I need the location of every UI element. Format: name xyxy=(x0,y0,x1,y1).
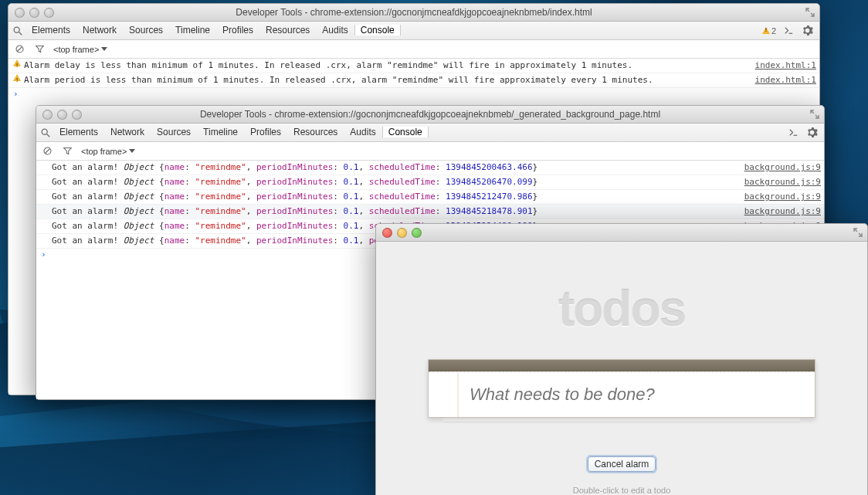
traffic-lights[interactable] xyxy=(42,110,82,120)
zoom-icon[interactable] xyxy=(412,228,422,238)
console-row[interactable]: Alarm delay is less than minimum of 1 mi… xyxy=(8,59,819,73)
todos-body: todos Cancel alarm Double-click to edit … xyxy=(376,242,867,495)
todo-card-header xyxy=(429,360,815,371)
settings-gear-icon[interactable] xyxy=(805,127,818,139)
warning-triangle-icon xyxy=(12,59,22,66)
tab-elements[interactable]: Elements xyxy=(53,127,104,137)
fullscreen-icon[interactable] xyxy=(810,110,819,119)
svg-point-0 xyxy=(14,27,19,32)
tab-profiles[interactable]: Profiles xyxy=(244,127,287,137)
tab-audits[interactable]: Audits xyxy=(316,25,354,36)
toggle-drawer-icon[interactable] xyxy=(787,127,799,139)
console-row[interactable]: Got an alarm! Object {name: "remindme", … xyxy=(36,175,824,190)
console-row[interactable]: Got an alarm! Object {name: "remindme", … xyxy=(36,190,824,205)
todos-heading: todos xyxy=(558,280,685,337)
tab-sources[interactable]: Sources xyxy=(123,25,169,36)
log-message: Got an alarm! Object {name: "remindme", … xyxy=(52,205,738,218)
svg-line-9 xyxy=(45,148,49,153)
toggle-drawer-icon[interactable] xyxy=(782,25,795,37)
console-prompt[interactable]: › xyxy=(8,88,819,100)
source-link[interactable]: background.js:9 xyxy=(744,205,821,218)
warning-count[interactable]: 2 xyxy=(762,26,776,36)
new-todo-input[interactable] xyxy=(459,385,815,405)
tab-profiles[interactable]: Profiles xyxy=(216,25,259,36)
tab-console[interactable]: Console xyxy=(354,25,401,36)
todo-margin xyxy=(429,372,459,417)
source-link[interactable]: index.html:1 xyxy=(755,74,816,86)
todo-card xyxy=(428,359,815,418)
console-filter-bar: <top frame> xyxy=(36,142,824,161)
close-icon[interactable] xyxy=(15,8,25,18)
log-message: Alarm delay is less than minimum of 1 mi… xyxy=(24,59,749,72)
filter-icon[interactable] xyxy=(33,43,46,56)
filter-icon[interactable] xyxy=(61,145,73,158)
minimize-icon[interactable] xyxy=(397,228,407,238)
source-link[interactable]: background.js:9 xyxy=(744,161,821,174)
minimize-icon[interactable] xyxy=(29,8,39,18)
frame-selector[interactable]: <top frame> xyxy=(53,45,107,54)
console-row[interactable]: Got an alarm! Object {name: "remindme", … xyxy=(36,205,824,219)
todos-app-window[interactable]: todos Cancel alarm Double-click to edit … xyxy=(375,223,868,495)
chevron-down-icon xyxy=(129,149,135,153)
console-row[interactable]: Got an alarm! Object {name: "remindme", … xyxy=(36,161,824,175)
inspect-icon[interactable] xyxy=(39,127,52,139)
devtools-toolbar: ElementsNetworkSourcesTimelineProfilesRe… xyxy=(36,124,824,142)
tab-sources[interactable]: Sources xyxy=(151,127,197,137)
inspect-icon[interactable] xyxy=(12,25,24,37)
source-link[interactable]: background.js:9 xyxy=(744,191,821,203)
source-link[interactable]: background.js:9 xyxy=(744,176,821,188)
warning-triangle-icon xyxy=(12,74,22,81)
window-title: Developer Tools - chrome-extension://goc… xyxy=(200,109,660,120)
titlebar[interactable]: Developer Tools - chrome-extension://goc… xyxy=(8,4,819,22)
log-message: Got an alarm! Object {name: "remindme", … xyxy=(52,176,738,188)
tab-resources[interactable]: Resources xyxy=(287,127,344,137)
settings-gear-icon[interactable] xyxy=(801,25,813,37)
clear-console-icon[interactable] xyxy=(13,43,25,56)
fullscreen-icon[interactable] xyxy=(853,228,863,237)
close-icon[interactable] xyxy=(42,110,53,120)
svg-line-6 xyxy=(47,134,50,137)
close-icon[interactable] xyxy=(382,228,392,238)
tab-resources[interactable]: Resources xyxy=(259,25,316,36)
log-message: Got an alarm! Object {name: "remindme", … xyxy=(52,161,738,174)
zoom-icon[interactable] xyxy=(44,8,54,18)
log-message: Got an alarm! Object {name: "remindme", … xyxy=(52,191,738,203)
traffic-lights[interactable] xyxy=(382,228,422,238)
source-link[interactable]: index.html:1 xyxy=(755,59,816,72)
tab-audits[interactable]: Audits xyxy=(344,127,381,137)
minimize-icon[interactable] xyxy=(57,110,67,120)
todo-input-row xyxy=(429,371,815,417)
tab-timeline[interactable]: Timeline xyxy=(197,127,244,137)
fullscreen-icon[interactable] xyxy=(805,8,815,17)
tab-timeline[interactable]: Timeline xyxy=(169,25,216,36)
window-title: Developer Tools - chrome-extension://goc… xyxy=(236,7,592,18)
console-filter-bar: <top frame> xyxy=(8,40,819,59)
titlebar[interactable]: Developer Tools - chrome-extension://goc… xyxy=(36,106,824,124)
footer-tip: Double-click to edit a todo xyxy=(573,486,671,495)
tab-network[interactable]: Network xyxy=(76,25,123,36)
devtools-toolbar: ElementsNetworkSourcesTimelineProfilesRe… xyxy=(8,22,819,40)
warning-triangle-icon xyxy=(762,27,770,34)
cancel-alarm-button[interactable]: Cancel alarm xyxy=(588,456,656,472)
frame-selector[interactable]: <top frame> xyxy=(81,147,135,156)
svg-line-1 xyxy=(19,32,22,35)
zoom-icon[interactable] xyxy=(72,110,82,120)
titlebar[interactable] xyxy=(376,224,867,242)
traffic-lights[interactable] xyxy=(15,8,54,18)
console-row[interactable]: Alarm period is less than minimum of 1 m… xyxy=(8,73,819,88)
tab-console[interactable]: Console xyxy=(382,127,429,137)
chevron-down-icon xyxy=(101,47,107,51)
svg-line-4 xyxy=(17,46,22,51)
log-message: Alarm period is less than minimum of 1 m… xyxy=(24,74,749,86)
tab-elements[interactable]: Elements xyxy=(25,25,76,36)
tab-network[interactable]: Network xyxy=(104,127,151,137)
svg-point-5 xyxy=(42,129,47,134)
clear-console-icon[interactable] xyxy=(41,145,53,158)
